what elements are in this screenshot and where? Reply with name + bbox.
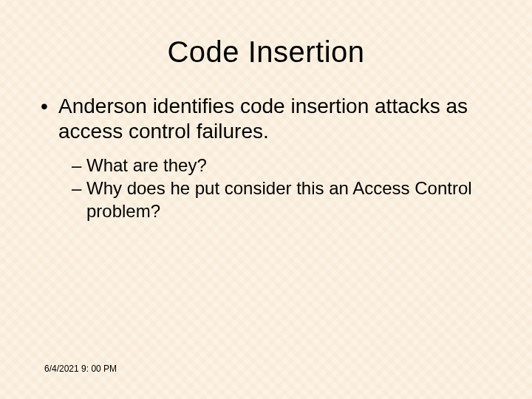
bullet-item: • Anderson identifies code insertion att… — [41, 94, 491, 144]
sub-bullet-item: – Why does he put consider this an Acces… — [72, 177, 491, 222]
dash-icon: – — [72, 154, 86, 177]
bullet-marker: • — [41, 94, 58, 119]
sub-bullet-item: – What are they? — [72, 154, 491, 177]
slide: Code Insertion • Anderson identifies cod… — [0, 0, 532, 399]
sub-bullet-text: Why does he put consider this an Access … — [86, 177, 491, 222]
sub-bullet-list: – What are they? – Why does he put consi… — [41, 154, 491, 222]
bullet-text: Anderson identifies code insertion attac… — [58, 94, 491, 144]
dash-icon: – — [72, 177, 86, 200]
footer-timestamp: 6/4/2021 9: 00 PM — [44, 364, 117, 374]
slide-title: Code Insertion — [0, 0, 532, 69]
slide-body: • Anderson identifies code insertion att… — [0, 94, 532, 222]
sub-bullet-text: What are they? — [86, 154, 491, 177]
